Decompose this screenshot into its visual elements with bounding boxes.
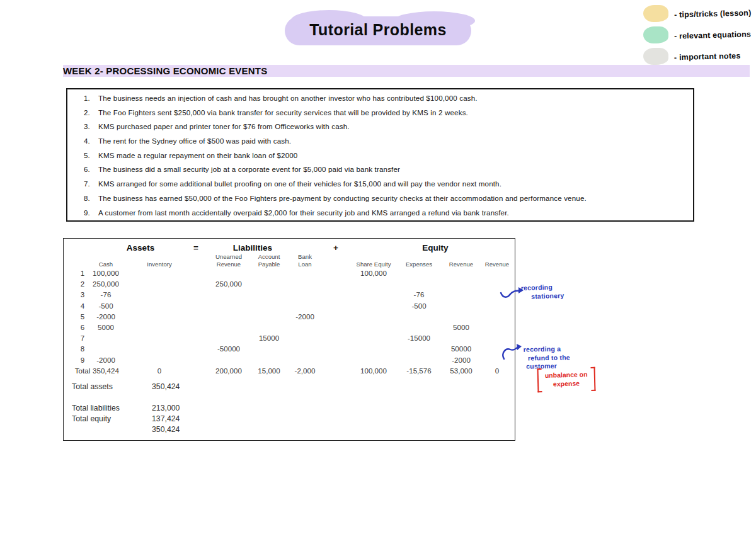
summary-value: 350,424 [152, 382, 180, 391]
summary-value: 350,424 [152, 425, 180, 434]
problem-number: 9. [67, 208, 90, 217]
note-line: expense [545, 379, 588, 389]
summary-value: 137,424 [152, 414, 180, 423]
note-line: unbalance on [545, 370, 588, 380]
note-line: recording a [524, 344, 570, 354]
cell-bank: -2,000 [270, 366, 340, 375]
legend: - tips/tricks (lesson)- relevant equatio… [643, 5, 752, 65]
equations-blob [643, 26, 668, 43]
right-bracket [590, 367, 595, 391]
row-number: 8 [48, 344, 117, 353]
cell-expenses: -76 [384, 290, 454, 298]
expense-note-text: unbalance onexpense [545, 370, 588, 389]
legend-label: - relevant equations [673, 30, 750, 40]
problem-text: The business has earned $50,000 of the F… [98, 194, 587, 202]
table-row: 650005000 [64, 323, 515, 334]
problem-text: A customer from last month accidentally … [98, 208, 509, 217]
problem-text: The rent for the Sydney office of $500 w… [98, 137, 291, 145]
problem-text: KMS made a regular repayment on their ba… [98, 151, 297, 159]
problems-box: 1.The business needs an injection of cas… [66, 88, 694, 222]
column-header-inventory: Inventory [134, 253, 185, 268]
problem-number: 8. [67, 194, 90, 202]
cell-bank: -2000 [270, 312, 340, 321]
problem-text: KMS purchased paper and printer toner fo… [98, 122, 350, 130]
problems-list: 1.The business needs an injection of cas… [67, 94, 693, 222]
worksheet-rows: 1100,000100,0002250,000250,0003-76-764-5… [64, 269, 515, 377]
summary-label: Total liabilities [72, 404, 120, 412]
problem-item: 2.The Foo Fighters sent $250,000 via ban… [67, 108, 693, 123]
week-header-bar: WEEK 2- PROCESSING ECONOMIC EVENTS [63, 65, 750, 77]
cell-share: 100,000 [339, 269, 408, 277]
table-row: 9-2000-2000 [64, 356, 515, 366]
table-row: Total350,4240200,00015,000-2,000100,000-… [64, 366, 515, 377]
table-row: 715000-15000 [64, 334, 515, 344]
left-bracket [537, 368, 542, 392]
problem-text: The business needs an injection of cash … [98, 94, 478, 102]
problem-number: 5. [67, 151, 90, 159]
cell-cash: 100,000 [71, 269, 140, 277]
cell-cash: 250,000 [71, 280, 140, 288]
problem-text: KMS arranged for some additional bullet … [98, 179, 501, 188]
problem-number: 6. [67, 165, 90, 173]
summary-label: Total equity [72, 414, 111, 423]
problem-item: 9.A customer from last month accidentall… [67, 208, 693, 223]
summary-value: 213,000 [152, 404, 180, 412]
table-row: 1100,000100,000 [64, 269, 515, 280]
cell-revenue2: 0 [462, 366, 532, 375]
cell-revenue: 50000 [427, 344, 496, 353]
note-line: refund to the [528, 353, 570, 363]
cell-cash: -76 [71, 290, 140, 298]
cell-unearned: 250,000 [194, 280, 263, 288]
problem-text: The Foo Fighters sent $250,000 via bank … [98, 108, 468, 116]
problem-text: The business did a small security job at… [98, 165, 400, 173]
table-row: 4-500-500 [64, 302, 515, 312]
problem-number: 7. [67, 179, 90, 188]
cell-expenses: -15000 [384, 334, 454, 342]
problem-item: 8.The business has earned $50,000 of the… [67, 194, 693, 208]
liabilities-group-header: Liabilities [218, 243, 287, 253]
row-number: 7 [48, 334, 117, 342]
problem-number: 4. [67, 137, 90, 145]
problem-number: 1. [67, 94, 90, 102]
cell-cash: -500 [71, 302, 140, 310]
notes-page: - tips/tricks (lesson)- relevant equatio… [0, 0, 756, 534]
cell-inventory: 0 [125, 366, 194, 375]
problem-item: 6.The business did a small security job … [67, 165, 693, 179]
column-header-revenue2: Revenue [472, 253, 522, 268]
cell-cash: -2000 [71, 356, 140, 364]
problem-number: 2. [67, 108, 90, 116]
cell-revenue: 5000 [427, 323, 496, 331]
stationery-note: recordingstationery [521, 283, 564, 302]
cell-cash: -2000 [71, 312, 140, 321]
table-row: 8-5000050000 [64, 344, 515, 355]
problem-item: 4.The rent for the Sydney office of $500… [67, 137, 693, 151]
problem-item: 1.The business needs an injection of cas… [67, 94, 693, 108]
table-row: 5-2000-2000 [64, 312, 515, 323]
legend-item: - relevant equations [643, 26, 752, 43]
tips-blob [643, 5, 668, 22]
accounting-worksheet: Assets = Liabilities + Equity CashInvent… [63, 238, 515, 441]
column-header-bank: Bank Loan [280, 253, 330, 268]
legend-item: - important notes [643, 48, 752, 65]
plus-sign: + [301, 243, 370, 253]
notes-blob [643, 48, 668, 65]
equity-group-header: Equity [401, 243, 470, 253]
problem-item: 7.KMS arranged for some additional bulle… [67, 179, 693, 194]
cell-cash: 5000 [71, 323, 140, 331]
cell-unearned: -50000 [194, 344, 263, 353]
note-line: stationery [531, 291, 564, 300]
cell-expenses: -500 [384, 302, 454, 310]
problem-number: 3. [67, 122, 90, 130]
summary-label: Total assets [72, 382, 113, 391]
expense-note: unbalance onexpense [537, 367, 596, 392]
table-row: 3-76-76 [64, 290, 515, 301]
problem-item: 5.KMS made a regular repayment on their … [67, 151, 693, 166]
cell-account: 15000 [234, 334, 304, 342]
legend-item: - tips/tricks (lesson) [643, 5, 752, 22]
legend-label: - tips/tricks (lesson) [673, 8, 751, 19]
curved-arrow-icon [501, 343, 525, 361]
column-header-share: Share Equity [348, 253, 399, 268]
week-header: WEEK 2- PROCESSING ECONOMIC EVENTS [63, 65, 267, 76]
page-title: Tutorial Problems [285, 21, 471, 39]
column-header-cash: Cash [81, 253, 131, 268]
